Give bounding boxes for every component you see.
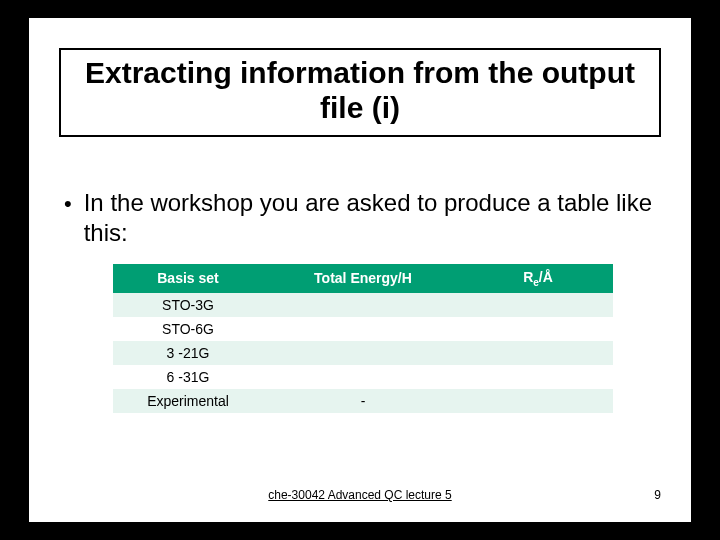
footer-course: che-30042 Advanced QC lecture 5 [29,488,691,502]
cell-re [463,293,613,317]
cell-energy: - [263,389,463,413]
cell-re [463,389,613,413]
page-number: 9 [654,488,661,502]
cell-basis: Experimental [113,389,263,413]
table-row: STO-6G [113,317,613,341]
bullet-marker: • [64,190,72,218]
cell-re [463,365,613,389]
table-row: 3 -21G [113,341,613,365]
cell-basis: STO-6G [113,317,263,341]
cell-re [463,341,613,365]
slide-title: Extracting information from the output f… [71,56,649,125]
header-re-suffix: /Å [539,269,553,285]
bullet-text: In the workshop you are asked to produce… [84,188,664,248]
cell-energy [263,341,463,365]
cell-basis: STO-3G [113,293,263,317]
table-row: 6 -31G [113,365,613,389]
cell-energy [263,317,463,341]
title-box: Extracting information from the output f… [59,48,661,137]
header-basis-set: Basis set [113,264,263,293]
header-total-energy: Total Energy/H [263,264,463,293]
cell-energy [263,293,463,317]
header-re-prefix: R [523,269,533,285]
table-header-row: Basis set Total Energy/H Re/Å [113,264,613,293]
bullet-item: • In the workshop you are asked to produ… [64,188,664,248]
cell-energy [263,365,463,389]
basis-set-table: Basis set Total Energy/H Re/Å STO-3G STO… [113,264,613,413]
cell-re [463,317,613,341]
cell-basis: 3 -21G [113,341,263,365]
header-re: Re/Å [463,264,613,293]
cell-basis: 6 -31G [113,365,263,389]
table-row: STO-3G [113,293,613,317]
table-row: Experimental - [113,389,613,413]
slide: Extracting information from the output f… [29,18,691,522]
